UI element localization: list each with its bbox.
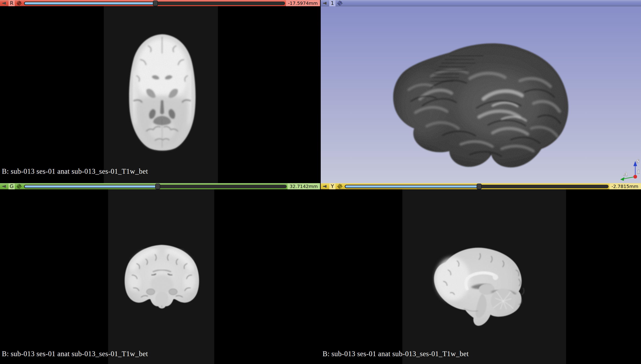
crosshair-icon	[337, 1, 343, 6]
coronal-slice-image	[118, 243, 205, 312]
four-up-viewer-layout: R -17.5974mm	[0, 0, 641, 364]
crosshair-icon	[337, 184, 343, 189]
slider-fill	[346, 186, 479, 188]
yellow-slice-controller-bar: Y -2.7815mm	[321, 183, 641, 189]
yellow-slice-offset-value: -2.7815mm	[609, 183, 641, 189]
slice-intersection-icon[interactable]	[337, 184, 343, 189]
corner-annotation: B: sub-013 ses-01 anat sub-013_ses-01_T1…	[2, 167, 148, 176]
slice-intersection-icon[interactable]	[16, 1, 23, 6]
green-slice-offset-slider[interactable]	[24, 183, 287, 189]
pin-icon[interactable]	[1, 185, 8, 188]
pin-icon[interactable]	[1, 2, 8, 5]
green-slice-controller-bar: G 32.7142mm	[0, 183, 320, 189]
pushpin-icon	[322, 185, 328, 188]
slider-handle[interactable]	[155, 184, 160, 189]
slider-track[interactable]	[345, 185, 608, 188]
yellow-view-label[interactable]: Y	[329, 183, 336, 189]
axis-label-right: R	[637, 169, 639, 175]
red-slice-offset-slider[interactable]	[24, 0, 285, 6]
red-slice-view-panel: R -17.5974mm	[0, 0, 320, 183]
threed-view-label[interactable]: 1	[329, 0, 336, 6]
axis-label-anterior: A	[623, 171, 627, 177]
yellow-slice-view-panel: Y -2.7815mm	[321, 183, 641, 364]
green-slice-offset-value: 32.7142mm	[287, 183, 320, 189]
crosshair-icon	[17, 1, 22, 6]
pushpin-icon	[2, 185, 7, 188]
volume-rendered-brain	[373, 31, 585, 180]
corner-annotation: B: sub-013 ses-01 anat sub-013_ses-01_T1…	[323, 350, 469, 358]
red-slice-viewport[interactable]: B: sub-013 ses-01 anat sub-013_ses-01_T1…	[0, 6, 320, 183]
threed-view-panel: 1	[321, 0, 641, 183]
orientation-axes-widget[interactable]: S A R	[617, 156, 639, 181]
yellow-slice-viewport[interactable]: B: sub-013 ses-01 anat sub-013_ses-01_T1…	[321, 189, 641, 364]
threed-viewport[interactable]: S A R	[321, 6, 641, 183]
red-slice-controller-bar: R -17.5974mm	[0, 0, 320, 6]
crosshair-icon	[17, 184, 22, 189]
green-view-label[interactable]: G	[9, 183, 15, 189]
axis-label-superior: S	[636, 158, 639, 164]
yellow-slice-offset-slider[interactable]	[345, 183, 608, 189]
slider-fill	[25, 2, 156, 4]
slider-handle[interactable]	[153, 0, 158, 6]
corner-annotation: B: sub-013 ses-01 anat sub-013_ses-01_T1…	[2, 350, 148, 358]
slider-fill	[25, 186, 158, 188]
slider-track[interactable]	[24, 185, 287, 188]
slice-intersection-icon[interactable]	[16, 184, 23, 189]
spin-icon[interactable]	[337, 1, 343, 6]
pushpin-icon	[2, 2, 7, 5]
pin-icon[interactable]	[322, 2, 329, 5]
red-slice-offset-value: -17.5974mm	[286, 0, 320, 6]
pushpin-icon	[322, 2, 328, 5]
red-view-label[interactable]: R	[9, 0, 15, 6]
pin-icon[interactable]	[322, 185, 329, 188]
axial-slice-image	[121, 32, 204, 154]
slider-track[interactable]	[24, 2, 285, 5]
threed-controller-bar: 1	[321, 0, 641, 6]
sagittal-slice-image	[423, 242, 537, 328]
green-slice-view-panel: G 32.7142mm	[0, 183, 320, 364]
green-slice-viewport[interactable]: B: sub-013 ses-01 anat sub-013_ses-01_T1…	[0, 189, 320, 364]
slider-handle[interactable]	[477, 184, 482, 189]
